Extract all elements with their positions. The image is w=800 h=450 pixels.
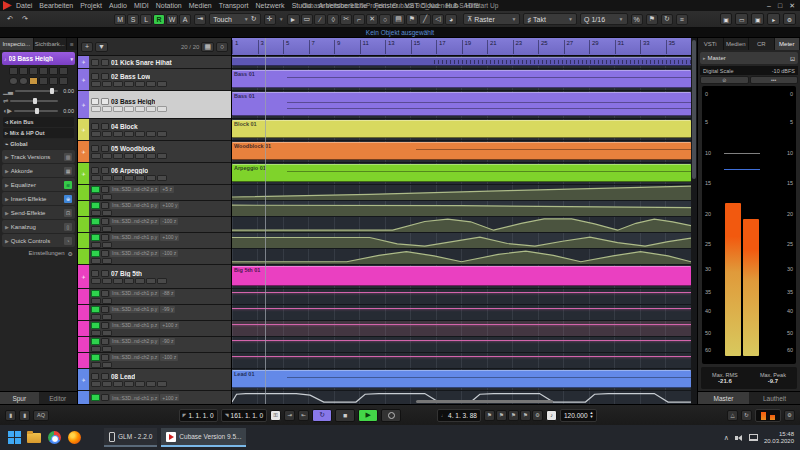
inspector-tab-Sichtbark[interactable]: Sichtbark... [34,38,68,50]
automation-panel[interactable]: ⌁Global [3,139,74,149]
inspector-section-send-effekte[interactable]: ▶Send-Effekte⊡ [2,206,75,219]
audio-alignment-icon[interactable]: ≡ [676,14,688,25]
automation-lane-row[interactable]: Ins.:S3D..nd-ch2 p.z-100 z [78,217,231,233]
inspector-section-track-versions[interactable]: ▶Track Versions▥ [2,150,75,163]
output-routing[interactable]: ▹Mix & HP Out [3,128,74,138]
lane-add-button[interactable] [102,194,112,200]
automation-lane[interactable] [232,249,691,265]
add-track-button[interactable]: + [81,42,93,52]
iterative-quantize-icon[interactable]: % [631,14,643,25]
meter-master-header[interactable]: ▸ Master ⊡ [700,52,798,64]
record-enable-button[interactable] [91,81,101,87]
track-row[interactable]: ✈03 Bass Heigh [78,91,231,119]
menu-projekt[interactable]: Projekt [80,2,102,9]
automation-lane-row[interactable]: Ins.:S3D..nd-ch1 p.z-88 z [78,289,231,305]
midi-event[interactable]: Bass 01 [232,92,691,116]
write-button[interactable] [39,67,48,75]
mute-button[interactable] [91,145,99,152]
read-button[interactable] [29,67,38,75]
automation-parameter-label[interactable]: Ins.:S3D..nd-ch1 p.y [110,234,159,241]
line-tool[interactable]: ╱ [419,14,431,25]
track-row[interactable]: ✈06 Arpeggio [78,163,231,185]
window-button-1[interactable]: □ [778,2,782,10]
comp-tool[interactable]: ▤ [392,14,405,25]
automation-read-button[interactable] [91,338,100,345]
solo-button[interactable] [101,270,109,277]
menu-fenster[interactable]: Fenster [374,2,398,9]
write-button[interactable] [146,278,156,284]
autoscroll-icon[interactable]: ⇥ [194,14,206,25]
play-button[interactable]: ▶ [358,409,378,422]
edit-channel-button[interactable] [113,81,123,87]
automation-mute-button[interactable] [101,354,109,361]
inspector-section-equalizer[interactable]: ▶Equalizer≋ [2,178,75,191]
monitor-button[interactable] [102,153,112,159]
automation-read-button[interactable] [91,290,100,297]
locator-lock-icon[interactable]: ⚿ [270,410,281,421]
right-tab-cr[interactable]: CR [749,38,775,50]
marker-settings-icon[interactable]: ⚙ [532,410,543,421]
left-locator[interactable]: ◤ 1. 1. 1. 0 [179,409,218,422]
inspector-section-quick-controls[interactable]: ▶Quick Controls◔ [2,234,75,247]
write-button[interactable] [146,175,156,181]
automation-mute-button[interactable] [101,218,109,225]
event-display[interactable]: 1357911131517192123252729313335 Bass 01B… [232,38,691,404]
taskbar-clock[interactable]: 15:48 20.03.2020 [764,431,794,445]
right-locator[interactable]: ◥ 161. 1. 1. 0 [221,409,267,422]
zoom-tool[interactable]: ○ [379,14,391,25]
keys-button[interactable] [157,131,167,137]
solo-button[interactable] [101,98,109,105]
midi-event[interactable]: Lead 01 [232,370,691,388]
automation-lane-row[interactable]: Ins.:S3D..nd-ch1 p.z+100 z [78,321,231,337]
automation-mute-button[interactable] [101,322,109,329]
automation-lane-row[interactable]: Ins.:S3D..nd-ch2 p.z+5 z [78,185,231,201]
mute-button[interactable] [91,73,99,80]
track-filter-icon[interactable]: ▦ [201,42,214,52]
solo-button[interactable] [19,67,28,75]
punch-in-icon[interactable]: ⇥ [284,410,295,421]
lane-option-button[interactable] [91,226,101,232]
write-button[interactable] [146,106,156,112]
monitor-button[interactable] [19,77,28,85]
reset-quantize-icon[interactable]: ↻ [661,14,673,25]
lane-option-button[interactable] [91,330,101,336]
inspector-section-akkorde[interactable]: ▶Akkorde▦ [2,164,75,177]
mute-tool[interactable]: ✕ [366,14,378,25]
marker-3-button[interactable]: ⚑ [508,410,519,421]
menu-bearbeiten[interactable]: Bearbeiten [39,2,73,9]
window-button-0[interactable]: – [767,2,771,10]
menu-notation[interactable]: Notation [156,2,182,9]
right-zone-toggle[interactable]: ▣ [751,13,764,25]
keys-button[interactable] [157,106,167,112]
volume-slider[interactable] [15,90,58,92]
track-row[interactable]: ✈07 Big 5th [78,265,231,289]
freeze-button[interactable] [124,278,134,284]
track-lane[interactable]: Lead 01 [232,369,691,391]
lower-zone-toggle[interactable]: ▭ [735,13,748,25]
automation-lane[interactable] [232,353,691,369]
edit-channel-button[interactable] [113,106,123,112]
lane-option-button[interactable] [91,258,101,264]
automation-read-button[interactable] [91,306,100,313]
midi-event[interactable]: Block 01 [232,120,691,138]
track-lane[interactable] [232,56,691,69]
automation-read-button[interactable] [91,218,100,225]
s-global-button[interactable]: S [127,14,139,25]
window-icon[interactable]: ⊡ [790,55,795,62]
quantize-dropdown[interactable]: Q1/16▼ [580,13,628,25]
menu-netzwerk[interactable]: Netzwerk [255,2,284,9]
automation-parameter-label[interactable]: Ins.:S3D..nd-ch2 p.y [110,338,159,345]
automation-lane[interactable] [232,337,691,353]
meter-mode-button[interactable]: ⊘ [700,76,749,84]
freeze-button[interactable] [124,153,134,159]
inspector-section-kanalzug[interactable]: ▶Kanalzug▯ [2,220,75,233]
punch-out-icon[interactable]: ⇤ [298,410,309,421]
lane-display-button[interactable] [39,77,48,85]
stop-button[interactable]: ■ [335,409,355,422]
setup-toolbar-icon[interactable]: ⚙ [783,13,796,25]
record-enable-button[interactable] [91,131,101,137]
automation-mute-button[interactable] [101,394,109,401]
solo-button[interactable] [101,73,109,80]
firefox-icon[interactable] [66,430,82,446]
marker-1-button[interactable]: ⚑ [484,410,495,421]
